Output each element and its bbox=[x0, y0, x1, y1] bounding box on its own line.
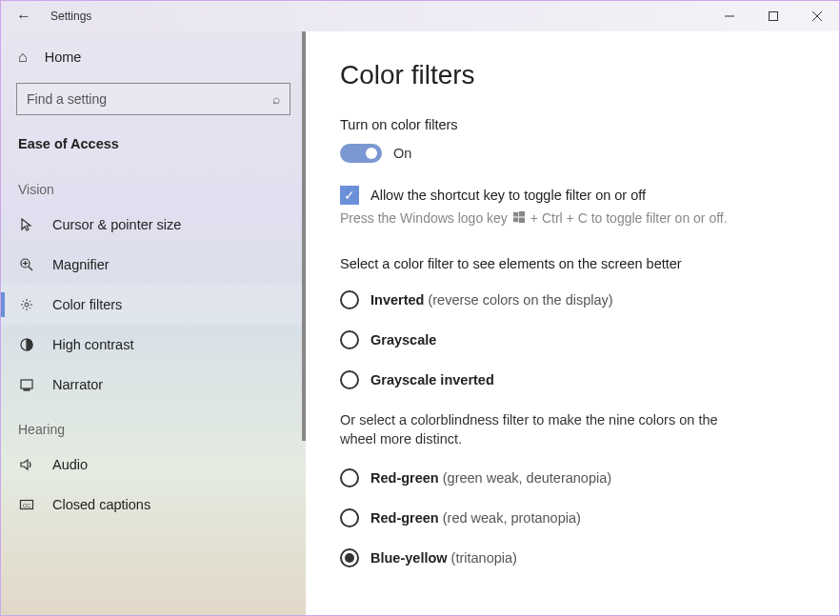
radio-label: Red-green (red weak, protanopia) bbox=[370, 510, 581, 526]
close-button[interactable] bbox=[795, 1, 839, 31]
sidebar-item-cursor-pointer-size[interactable]: Cursor & pointer size bbox=[1, 205, 306, 245]
radio-icon bbox=[340, 290, 359, 309]
content-pane: Color filters Turn on color filters On ✓… bbox=[306, 31, 839, 615]
sidebar-item-audio[interactable]: Audio bbox=[1, 445, 306, 485]
sidebar: ⌂ Home Find a setting ⌕ Ease of Access V… bbox=[1, 31, 306, 615]
group-label-vision: Vision bbox=[1, 165, 306, 205]
radio-label: Red-green (green weak, deuteranopia) bbox=[370, 470, 611, 486]
cursor-icon bbox=[18, 216, 35, 233]
svg-line-14 bbox=[30, 308, 30, 308]
radio-inverted[interactable]: Inverted (reverse colors on the display) bbox=[340, 290, 805, 309]
check-icon: ✓ bbox=[344, 188, 355, 203]
svg-line-5 bbox=[29, 267, 32, 270]
radio-grayscale-inverted[interactable]: Grayscale inverted bbox=[340, 370, 805, 389]
radio-icon bbox=[340, 370, 359, 389]
shortcut-checkbox-label: Allow the shortcut key to toggle filter … bbox=[370, 188, 646, 203]
toggle-section-label: Turn on color filters bbox=[340, 117, 805, 132]
radio-icon bbox=[340, 508, 359, 527]
sidebar-item-high-contrast[interactable]: High contrast bbox=[1, 325, 306, 365]
sidebar-item-label: High contrast bbox=[52, 337, 133, 352]
search-wrap: Find a setting ⌕ bbox=[16, 83, 290, 115]
shortcut-checkbox-row[interactable]: ✓ Allow the shortcut key to toggle filte… bbox=[340, 186, 805, 205]
radio-red-green-deuteranopia[interactable]: Red-green (green weak, deuteranopia) bbox=[340, 468, 805, 487]
sidebar-item-label: Cursor & pointer size bbox=[52, 217, 181, 232]
sidebar-item-label: Closed captions bbox=[52, 497, 150, 512]
audio-icon bbox=[18, 456, 35, 473]
radio-icon bbox=[340, 468, 359, 487]
sidebar-item-label: Narrator bbox=[52, 377, 103, 392]
titlebar: ← Settings bbox=[1, 1, 839, 31]
svg-line-16 bbox=[30, 301, 30, 302]
hint-pre: Press the Windows logo key bbox=[340, 210, 508, 226]
shortcut-checkbox[interactable]: ✓ bbox=[340, 186, 359, 205]
toggle-state-label: On bbox=[393, 146, 411, 161]
maximize-button[interactable] bbox=[751, 1, 795, 31]
search-icon: ⌕ bbox=[272, 91, 280, 107]
toggle-knob bbox=[366, 148, 377, 159]
closed-captions-icon: CC bbox=[18, 496, 35, 513]
search-placeholder: Find a setting bbox=[27, 91, 107, 107]
home-icon: ⌂ bbox=[18, 49, 28, 66]
search-input[interactable]: Find a setting ⌕ bbox=[16, 83, 290, 115]
radio-label: Grayscale bbox=[370, 332, 436, 348]
shortcut-hint: Press the Windows logo key + Ctrl + C to… bbox=[340, 210, 805, 226]
color-filters-toggle[interactable] bbox=[340, 144, 382, 163]
radio-label: Grayscale inverted bbox=[370, 372, 494, 387]
toggle-row: On bbox=[340, 144, 805, 163]
radio-grayscale[interactable]: Grayscale bbox=[340, 330, 805, 349]
group-label-hearing: Hearing bbox=[1, 405, 306, 445]
hint-post: + Ctrl + C to toggle filter on or off. bbox=[530, 210, 728, 226]
sidebar-item-closed-captions[interactable]: CC Closed captions bbox=[1, 485, 306, 525]
sidebar-item-label: Magnifier bbox=[52, 257, 110, 272]
svg-line-15 bbox=[23, 308, 24, 308]
radio-blue-yellow-tritanopia[interactable]: Blue-yellow (tritanopia) bbox=[340, 548, 805, 567]
titlebar-left: ← Settings bbox=[1, 8, 91, 25]
svg-rect-25 bbox=[519, 218, 525, 224]
filter-heading: Select a color filter to see elements on… bbox=[340, 256, 805, 271]
svg-rect-23 bbox=[519, 211, 525, 217]
sidebar-item-label: Color filters bbox=[52, 297, 122, 312]
sidebar-item-magnifier[interactable]: Magnifier bbox=[1, 245, 306, 285]
radio-label: Blue-yellow (tritanopia) bbox=[370, 550, 517, 566]
color-filters-icon bbox=[18, 296, 35, 313]
category-header: Ease of Access bbox=[1, 129, 306, 165]
radio-label: Inverted (reverse colors on the display) bbox=[370, 292, 613, 308]
magnifier-icon bbox=[18, 256, 35, 273]
sidebar-item-label: Audio bbox=[52, 457, 88, 472]
minimize-button[interactable] bbox=[708, 1, 751, 31]
svg-point-8 bbox=[25, 303, 29, 307]
page-title: Color filters bbox=[340, 60, 805, 90]
home-label: Home bbox=[45, 50, 82, 65]
colorblindness-heading: Or select a colorblindness filter to mak… bbox=[340, 410, 740, 449]
radio-red-green-protanopia[interactable]: Red-green (red weak, protanopia) bbox=[340, 508, 805, 527]
svg-rect-18 bbox=[21, 380, 32, 388]
svg-rect-24 bbox=[513, 218, 518, 223]
windows-logo-icon bbox=[513, 210, 525, 226]
svg-line-13 bbox=[23, 301, 24, 302]
svg-rect-19 bbox=[24, 389, 30, 390]
sidebar-scrollbar[interactable] bbox=[302, 31, 306, 441]
window-title: Settings bbox=[50, 10, 91, 23]
back-arrow-icon[interactable]: ← bbox=[16, 8, 31, 25]
svg-rect-22 bbox=[513, 212, 518, 217]
main-layout: ⌂ Home Find a setting ⌕ Ease of Access V… bbox=[1, 31, 839, 615]
high-contrast-icon bbox=[18, 336, 35, 353]
sidebar-home[interactable]: ⌂ Home bbox=[1, 39, 306, 75]
radio-icon bbox=[340, 548, 359, 567]
sidebar-item-narrator[interactable]: Narrator bbox=[1, 365, 306, 405]
svg-text:CC: CC bbox=[23, 503, 31, 508]
window-controls bbox=[708, 1, 839, 31]
narrator-icon bbox=[18, 376, 35, 393]
svg-rect-1 bbox=[770, 12, 778, 21]
sidebar-item-color-filters[interactable]: Color filters bbox=[1, 285, 306, 325]
radio-icon bbox=[340, 330, 359, 349]
